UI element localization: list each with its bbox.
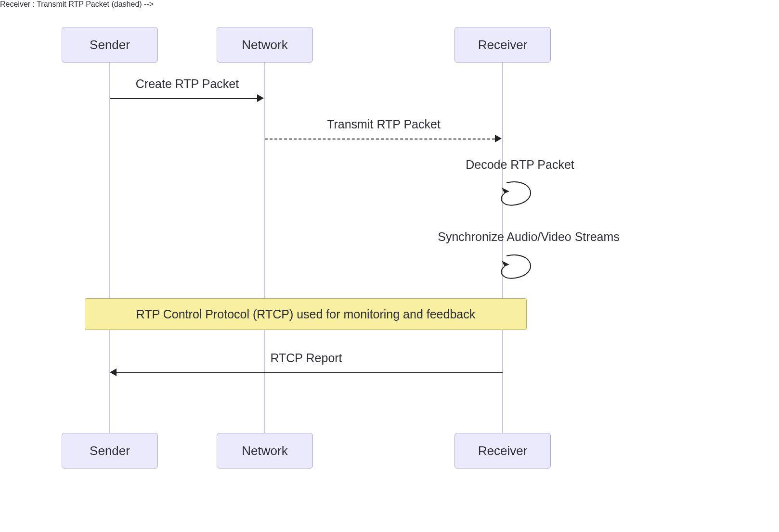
actor-label: Network (242, 443, 287, 458)
note-text: RTP Control Protocol (RTCP) used for mon… (136, 307, 476, 321)
actor-network-top: Network (217, 27, 313, 63)
message-arrow-dashed (265, 139, 495, 139)
actor-sender-top: Sender (62, 27, 158, 63)
message-arrow (117, 372, 503, 373)
actor-receiver-bottom: Receiver (454, 433, 551, 469)
message-label: Synchronize Audio/Video Streams (418, 230, 639, 244)
lifeline-sender (109, 63, 110, 433)
actor-label: Receiver (478, 38, 528, 52)
self-message-loop (487, 250, 540, 284)
svg-marker-0 (502, 188, 509, 193)
actor-sender-bottom: Sender (62, 433, 158, 469)
arrowhead-icon (110, 368, 117, 376)
message-label: RTCP Report (110, 351, 503, 365)
self-message-loop (487, 177, 540, 211)
message-label: Create RTP Packet (110, 77, 265, 91)
actor-receiver-top: Receiver (454, 27, 551, 63)
actor-label: Sender (90, 38, 130, 52)
message-label: Transmit RTP Packet (265, 117, 503, 131)
actor-label: Network (242, 38, 287, 52)
actor-label: Sender (90, 443, 130, 458)
message-label: Decode RTP Packet (443, 158, 597, 172)
arrowhead-icon (495, 135, 502, 142)
arrowhead-icon (257, 94, 264, 102)
actor-network-bottom: Network (217, 433, 313, 469)
svg-marker-1 (502, 261, 509, 266)
sequence-diagram: Sender Network Receiver Create RTP Packe… (0, 0, 779, 532)
actor-label: Receiver (478, 443, 528, 458)
message-arrow (110, 98, 257, 99)
note-over: RTP Control Protocol (RTCP) used for mon… (85, 298, 527, 330)
